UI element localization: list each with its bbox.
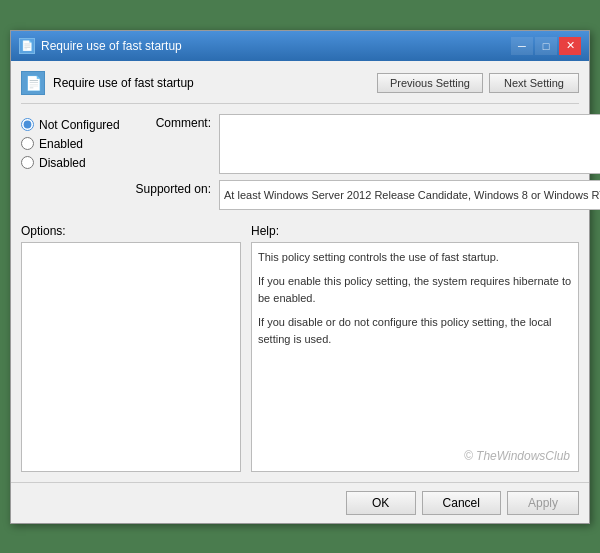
policy-header: 📄 Require use of fast startup Previous S… xyxy=(21,71,579,104)
watermark: © TheWindowsClub xyxy=(464,449,570,463)
help-label: Help: xyxy=(251,224,579,238)
options-box xyxy=(21,242,241,472)
ok-button[interactable]: OK xyxy=(346,491,416,515)
supported-row: Supported on: At least Windows Server 20… xyxy=(131,180,600,210)
comment-row: Comment: ▲ ▼ xyxy=(131,114,600,174)
options-label: Options: xyxy=(21,224,241,238)
action-buttons: OK Cancel Apply xyxy=(11,482,589,523)
apply-button[interactable]: Apply xyxy=(507,491,579,515)
enabled-label: Enabled xyxy=(39,137,83,151)
maximize-button[interactable]: □ xyxy=(535,37,557,55)
radio-enabled[interactable]: Enabled xyxy=(21,137,131,151)
supported-on-box: At least Windows Server 2012 Release Can… xyxy=(219,180,600,210)
radio-not-configured[interactable]: Not Configured xyxy=(21,118,131,132)
close-button[interactable]: ✕ xyxy=(559,37,581,55)
help-panel: Help: This policy setting controls the u… xyxy=(251,224,579,472)
options-panel: Options: xyxy=(21,224,241,472)
not-configured-radio[interactable] xyxy=(21,118,34,131)
window-title: Require use of fast startup xyxy=(41,39,182,53)
help-paragraph-3: If you disable or do not configure this … xyxy=(258,314,572,347)
title-bar-left: 📄 Require use of fast startup xyxy=(19,38,182,54)
radio-disabled[interactable]: Disabled xyxy=(21,156,131,170)
cancel-button[interactable]: Cancel xyxy=(422,491,501,515)
comment-textarea[interactable] xyxy=(219,114,600,174)
fields-section: Comment: ▲ ▼ Supported on: xyxy=(131,114,600,216)
help-box: This policy setting controls the use of … xyxy=(251,242,579,472)
bottom-section: Options: Help: This policy setting contr… xyxy=(21,224,579,472)
next-setting-button[interactable]: Next Setting xyxy=(489,73,579,93)
minimize-button[interactable]: ─ xyxy=(511,37,533,55)
enabled-radio[interactable] xyxy=(21,137,34,150)
policy-title: Require use of fast startup xyxy=(53,76,194,90)
disabled-label: Disabled xyxy=(39,156,86,170)
nav-buttons: Previous Setting Next Setting xyxy=(377,73,579,93)
disabled-radio[interactable] xyxy=(21,156,34,169)
help-text: This policy setting controls the use of … xyxy=(258,249,572,348)
supported-on-text: At least Windows Server 2012 Release Can… xyxy=(224,189,600,201)
supported-label: Supported on: xyxy=(131,180,211,196)
title-bar-controls: ─ □ ✕ xyxy=(511,37,581,55)
not-configured-label: Not Configured xyxy=(39,118,120,132)
help-paragraph-1: This policy setting controls the use of … xyxy=(258,249,572,266)
title-bar: 📄 Require use of fast startup ─ □ ✕ xyxy=(11,31,589,61)
window-icon: 📄 xyxy=(19,38,35,54)
help-paragraph-2: If you enable this policy setting, the s… xyxy=(258,273,572,306)
policy-icon: 📄 xyxy=(21,71,45,95)
radio-group: Not Configured Enabled Disabled xyxy=(21,114,131,216)
comment-label: Comment: xyxy=(131,114,211,130)
previous-setting-button[interactable]: Previous Setting xyxy=(377,73,483,93)
window-content: 📄 Require use of fast startup Previous S… xyxy=(11,61,589,482)
form-section: Not Configured Enabled Disabled Comment: xyxy=(21,114,579,216)
main-window: 📄 Require use of fast startup ─ □ ✕ 📄 Re… xyxy=(10,30,590,524)
